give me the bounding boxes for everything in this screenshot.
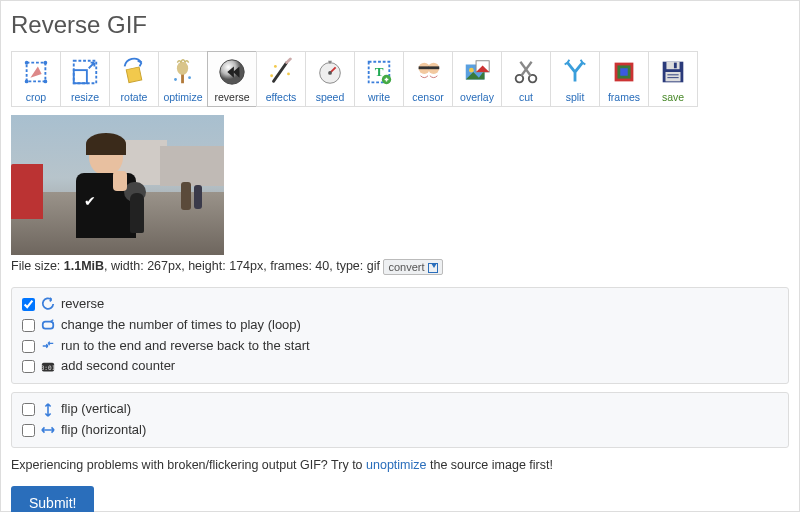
runback-icon (41, 339, 55, 353)
toolbar: cropresizerotateoptimizereverseeffectssp… (11, 51, 789, 107)
tool-frames[interactable]: frames (599, 51, 649, 107)
option-label: reverse (61, 294, 104, 315)
tool-label: write (368, 91, 390, 103)
tool-label: censor (412, 91, 444, 103)
svg-rect-35 (674, 63, 677, 69)
tool-crop[interactable]: crop (11, 51, 61, 107)
tool-censor[interactable]: censor (403, 51, 453, 107)
save-icon (657, 56, 689, 88)
convert-button[interactable]: convert (383, 259, 442, 275)
option-counter: 0:01add second counter (22, 356, 778, 377)
tool-label: optimize (163, 91, 202, 103)
file-dims: , width: 267px, height: 174px, frames: 4… (104, 259, 380, 273)
help-text: Experiencing problems with broken/flicke… (11, 458, 789, 472)
tool-label: speed (316, 91, 345, 103)
svg-point-10 (188, 76, 191, 79)
svg-rect-7 (126, 67, 142, 83)
tool-label: rotate (121, 91, 148, 103)
svg-point-14 (287, 72, 290, 75)
crop-icon (20, 56, 52, 88)
svg-text:0:01: 0:01 (41, 364, 55, 371)
option-fliph: flip (horizontal) (22, 420, 778, 441)
option-flipv: flip (vertical) (22, 399, 778, 420)
option-label: change the number of times to play (loop… (61, 315, 301, 336)
svg-point-1 (25, 61, 29, 65)
tool-label: effects (266, 91, 297, 103)
svg-point-3 (25, 80, 29, 84)
tool-reverse[interactable]: reverse (207, 51, 257, 107)
checkbox-loop[interactable] (22, 319, 35, 332)
svg-point-26 (469, 68, 474, 73)
svg-point-11 (174, 78, 177, 81)
reverse-icon (216, 56, 248, 88)
tool-speed[interactable]: speed (305, 51, 355, 107)
option-label: flip (horizontal) (61, 420, 146, 441)
tool-label: crop (26, 91, 46, 103)
tool-label: resize (71, 91, 99, 103)
counter-icon: 0:01 (41, 360, 55, 374)
tool-effects[interactable]: effects (256, 51, 306, 107)
checkbox-runback[interactable] (22, 340, 35, 353)
cut-icon (510, 56, 542, 88)
option-loop: change the number of times to play (loop… (22, 315, 778, 336)
censor-icon (412, 56, 444, 88)
fliph-icon (41, 423, 55, 437)
tool-rotate[interactable]: rotate (109, 51, 159, 107)
tool-split[interactable]: split (550, 51, 600, 107)
svg-rect-36 (666, 72, 681, 81)
file-info: File size: 1.1MiB, width: 267px, height:… (11, 259, 789, 275)
option-label: run to the end and reverse back to the s… (61, 336, 310, 357)
tool-optimize[interactable]: optimize (158, 51, 208, 107)
tool-label: frames (608, 91, 640, 103)
svg-point-4 (44, 80, 48, 84)
reverse-icon (41, 297, 55, 311)
write-icon: T (363, 56, 395, 88)
svg-point-17 (328, 71, 332, 75)
tool-overlay[interactable]: overlay (452, 51, 502, 107)
submit-button[interactable]: Submit! (11, 486, 94, 512)
tool-label: reverse (214, 91, 249, 103)
frames-icon (608, 56, 640, 88)
svg-point-2 (44, 61, 48, 65)
checkbox-fliph[interactable] (22, 424, 35, 437)
svg-text:T: T (375, 64, 384, 79)
flipv-icon (41, 403, 55, 417)
resize-icon (69, 56, 101, 88)
overlay-icon (461, 56, 493, 88)
checkbox-flipv[interactable] (22, 403, 35, 416)
speed-icon (314, 56, 346, 88)
split-icon (559, 56, 591, 88)
optimize-icon (167, 56, 199, 88)
page-title: Reverse GIF (11, 11, 789, 39)
tool-resize[interactable]: resize (60, 51, 110, 107)
gif-preview (11, 115, 224, 255)
convert-label: convert (388, 261, 424, 273)
option-runback: run to the end and reverse back to the s… (22, 336, 778, 357)
unoptimize-link[interactable]: unoptimize (366, 458, 426, 472)
svg-point-9 (177, 62, 188, 75)
option-label: add second counter (61, 356, 175, 377)
svg-point-13 (274, 65, 277, 68)
loop-icon (41, 318, 55, 332)
svg-rect-6 (74, 70, 87, 83)
effects-icon (265, 56, 297, 88)
tool-label: overlay (460, 91, 494, 103)
file-size-prefix: File size: (11, 259, 64, 273)
option-reverse: reverse (22, 294, 778, 315)
svg-point-15 (270, 74, 273, 77)
download-icon (428, 263, 438, 273)
svg-rect-32 (620, 68, 628, 76)
svg-rect-34 (666, 62, 679, 70)
tool-cut[interactable]: cut (501, 51, 551, 107)
tool-label: save (662, 91, 684, 103)
options-panel-flip: flip (vertical)flip (horizontal) (11, 392, 789, 448)
options-panel-reverse: reversechange the number of times to pla… (11, 287, 789, 384)
checkbox-reverse[interactable] (22, 298, 35, 311)
checkbox-counter[interactable] (22, 360, 35, 373)
tool-save[interactable]: save (648, 51, 698, 107)
tool-write[interactable]: Twrite (354, 51, 404, 107)
option-label: flip (vertical) (61, 399, 131, 420)
rotate-icon (118, 56, 150, 88)
svg-rect-24 (428, 66, 439, 69)
tool-label: split (566, 91, 585, 103)
